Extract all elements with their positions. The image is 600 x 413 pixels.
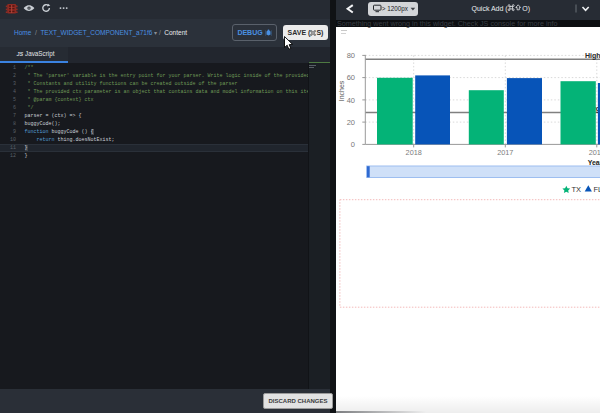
svg-text:60: 60 — [347, 73, 355, 82]
svg-text:Highest: Highest — [585, 52, 600, 60]
svg-text:20: 20 — [347, 118, 355, 127]
svg-text:40: 40 — [347, 96, 355, 105]
svg-text:Inches: Inches — [338, 80, 345, 101]
svg-text:Year: Year — [588, 159, 600, 166]
svg-text:2017: 2017 — [497, 148, 513, 157]
svg-text:> 1200px: > 1200px — [382, 5, 409, 13]
svg-text:FL: FL — [594, 185, 600, 194]
svg-text:2016: 2016 — [589, 148, 600, 157]
svg-text:TX: TX — [572, 185, 582, 194]
svg-text:80: 80 — [347, 51, 355, 60]
svg-text:0: 0 — [351, 140, 355, 149]
svg-text:Quick Add (: Quick Add ( — [472, 5, 509, 13]
svg-text:O): O) — [522, 5, 530, 13]
svg-text:2018: 2018 — [406, 148, 422, 157]
